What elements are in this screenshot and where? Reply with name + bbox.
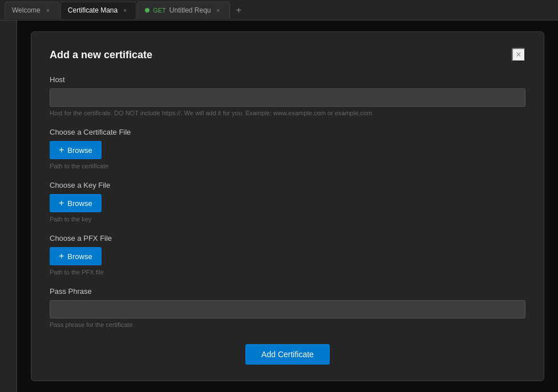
passphrase-label: Pass Phrase <box>50 287 525 296</box>
host-input[interactable] <box>50 88 525 107</box>
key-browse-button[interactable]: + Browse <box>50 194 102 212</box>
tab-add-icon: + <box>236 5 241 15</box>
host-hint: Host for the certificate. DO NOT include… <box>50 110 525 116</box>
host-label: Host <box>50 75 525 84</box>
modal-title: Add a new certificate <box>50 49 152 61</box>
key-browse-plus-icon: + <box>59 199 64 208</box>
cert-browse-label: Browse <box>67 146 92 155</box>
tab-welcome[interactable]: Welcome × <box>5 2 59 19</box>
tab-request[interactable]: GET Untitled Requ × <box>138 2 229 19</box>
main-area: Add a new certificate × Host Host for th… <box>0 21 558 392</box>
sidebar <box>0 21 17 392</box>
modal-close-button[interactable]: × <box>512 48 525 62</box>
modal-header: Add a new certificate × <box>50 48 525 62</box>
page-background: Add a new certificate × Host Host for th… <box>17 21 558 392</box>
add-certificate-button[interactable]: Add Certificate <box>245 344 330 365</box>
tab-welcome-label: Welcome <box>12 6 41 14</box>
tab-request-close[interactable]: × <box>215 6 223 14</box>
key-path-hint: Path to the key <box>50 216 525 223</box>
key-file-label: Choose a Key File <box>50 181 525 189</box>
tab-request-dot <box>145 8 149 13</box>
passphrase-hint: Pass phrase for the certificate <box>50 321 525 328</box>
passphrase-field-group: Pass Phrase Pass phrase for the certific… <box>50 287 525 328</box>
tab-bar: Welcome × Certificate Mana × GET Untitle… <box>0 0 558 21</box>
cert-browse-button[interactable]: + Browse <box>50 141 102 159</box>
key-browse-label: Browse <box>67 199 92 208</box>
cert-browse-plus-icon: + <box>59 146 64 155</box>
pfx-browse-plus-icon: + <box>59 252 64 261</box>
pfx-browse-label: Browse <box>67 252 92 261</box>
host-field-group: Host Host for the certificate. DO NOT in… <box>50 75 525 116</box>
key-file-group: Choose a Key File + Browse Path to the k… <box>50 181 525 223</box>
modal-footer: Add Certificate <box>50 344 525 365</box>
passphrase-input[interactable] <box>50 300 525 318</box>
tab-cert[interactable]: Certificate Mana × <box>60 2 136 19</box>
cert-file-group: Choose a Certificate File + Browse Path … <box>50 128 525 169</box>
tab-request-label: Untitled Requ <box>169 6 211 14</box>
pfx-browse-button[interactable]: + Browse <box>50 247 102 265</box>
pfx-file-label: Choose a PFX File <box>50 234 525 243</box>
cert-path-hint: Path to the certificate <box>50 163 525 169</box>
pfx-file-group: Choose a PFX File + Browse Path to the P… <box>50 234 525 276</box>
tab-request-method: GET <box>153 7 166 14</box>
tab-add-button[interactable]: + <box>231 2 247 18</box>
tab-cert-label: Certificate Mana <box>68 6 118 14</box>
pfx-path-hint: Path to the PFX file <box>50 269 525 276</box>
tab-cert-close[interactable]: × <box>121 6 129 14</box>
add-certificate-modal: Add a new certificate × Host Host for th… <box>31 31 544 381</box>
modal-overlay: Add a new certificate × Host Host for th… <box>17 21 558 392</box>
tab-welcome-close[interactable]: × <box>44 6 52 14</box>
cert-file-label: Choose a Certificate File <box>50 128 525 136</box>
